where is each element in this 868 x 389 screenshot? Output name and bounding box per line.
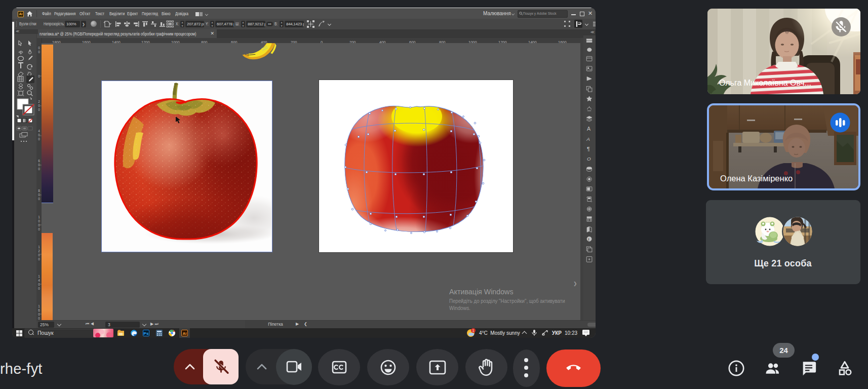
svg-text:0: 0 — [38, 313, 40, 316]
svg-text:2: 2 — [38, 100, 40, 103]
svg-text:¶: ¶ — [587, 146, 590, 152]
svg-text:0: 0 — [38, 104, 40, 107]
svg-text:0: 0 — [38, 219, 40, 223]
svg-text:0: 0 — [38, 133, 40, 137]
svg-text:Олена Казіміренко: Олена Казіміренко — [720, 174, 793, 183]
svg-text:0: 0 — [38, 193, 40, 197]
svg-text:A: A — [586, 136, 590, 142]
svg-text:0: 0 — [38, 163, 40, 167]
svg-text:0: 0 — [38, 227, 40, 231]
svg-text:4: 4 — [38, 279, 40, 282]
svg-text:6: 6 — [38, 308, 40, 312]
svg-text:0: 0 — [38, 167, 40, 171]
svg-text:0: 0 — [38, 257, 40, 261]
svg-text:Ще 21 особа: Ще 21 особа — [754, 258, 812, 268]
svg-text:1: 1 — [38, 215, 40, 219]
svg-text:4: 4 — [38, 129, 40, 133]
svg-text:0: 0 — [38, 197, 40, 201]
svg-text:Ольга Миколаївна Овч...: Ольга Миколаївна Овч... — [719, 79, 811, 87]
svg-text:8: 8 — [38, 189, 40, 192]
svg-text:1: 1 — [38, 245, 40, 249]
svg-text:0: 0 — [38, 137, 40, 141]
svg-text:0: 0 — [38, 283, 40, 286]
svg-text:O: O — [587, 156, 591, 162]
svg-text:0: 0 — [38, 253, 40, 257]
svg-text:1: 1 — [38, 304, 40, 308]
svg-text:0: 0 — [38, 46, 40, 50]
svg-text:0: 0 — [38, 287, 40, 290]
svg-text:A: A — [587, 126, 591, 132]
svg-text:0: 0 — [38, 223, 40, 227]
svg-text:0: 0 — [38, 317, 40, 320]
svg-text:0: 0 — [38, 108, 40, 111]
svg-text:6: 6 — [38, 159, 40, 163]
svg-text:0: 0 — [38, 74, 40, 78]
svg-text:2: 2 — [38, 249, 40, 253]
svg-text:1: 1 — [38, 275, 40, 278]
svg-text:0: 0 — [38, 50, 40, 54]
svg-text:i: i — [588, 237, 589, 242]
